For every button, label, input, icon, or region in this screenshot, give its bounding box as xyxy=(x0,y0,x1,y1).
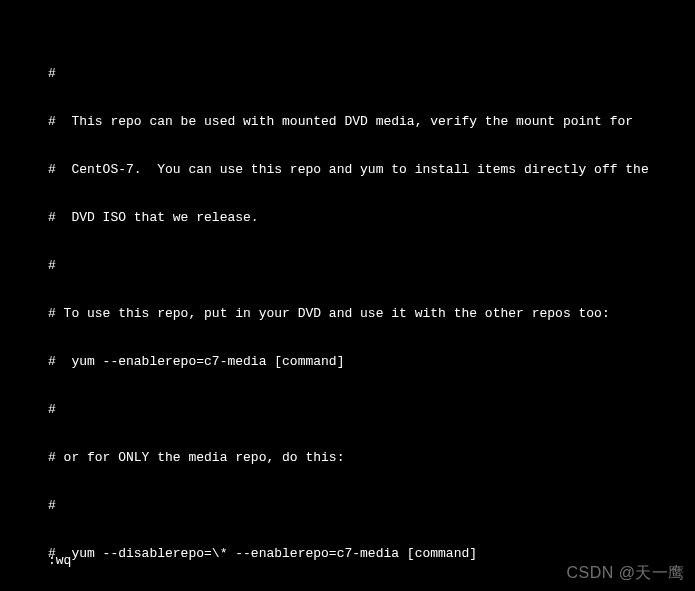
file-line: # DVD ISO that we release. xyxy=(48,210,695,226)
file-line: # yum --disablerepo=\* --enablerepo=c7-m… xyxy=(48,546,695,562)
file-line: # or for ONLY the media repo, do this: xyxy=(48,450,695,466)
file-line: # To use this repo, put in your DVD and … xyxy=(48,306,695,322)
file-line: # CentOS-7. You can use this repo and yu… xyxy=(48,162,695,178)
file-line: # xyxy=(48,258,695,274)
file-line: # yum --enablerepo=c7-media [command] xyxy=(48,354,695,370)
file-content-area: # # This repo can be used with mounted D… xyxy=(48,34,695,591)
file-line: # xyxy=(48,498,695,514)
file-line: # xyxy=(48,66,695,82)
file-line: # xyxy=(48,402,695,418)
file-line: # This repo can be used with mounted DVD… xyxy=(48,114,695,130)
vi-editor[interactable]: # # This repo can be used with mounted D… xyxy=(0,0,695,591)
vi-command-line[interactable]: :wq xyxy=(48,553,71,569)
